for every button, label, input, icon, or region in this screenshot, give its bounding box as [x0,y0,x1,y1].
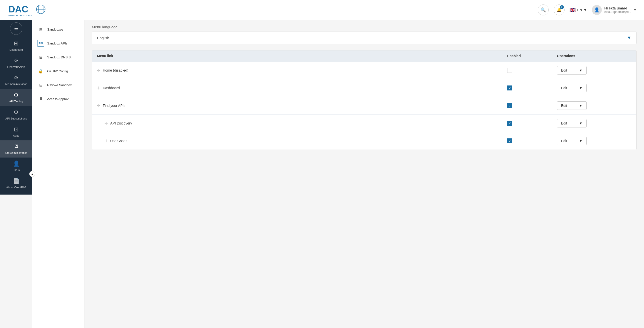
drag-icon-use-cases[interactable]: ✛ [104,139,108,143]
table-row: ✛ Home (disabled) Edit ▼ [92,61,636,79]
drag-icon-find-apis[interactable]: ✛ [97,103,100,108]
ops-cell-dashboard: Edit ▼ [557,84,631,92]
sidebar-label-dashboard: Dashboard [10,48,23,52]
checkbox-api-discovery[interactable]: ✓ [507,121,512,126]
site-admin-icon: 🖥 [14,143,19,150]
secondary-label-access-approv: Access Approv... [47,97,71,101]
user-greeting: Hi ekta umare [604,6,631,10]
language-dropdown[interactable]: English ▼ [92,32,636,44]
menu-table: Menu link Enabled Operations ✛ Home (dis… [92,50,636,150]
logo: DAC DIGITAL APICRAFT [8,3,47,18]
sidebar-item-api-subscriptions[interactable]: ⚙ API Subscriptions [0,106,32,123]
main-content: Menu language English ▼ Menu link Enable… [84,20,644,328]
user-chevron-icon: ▼ [634,8,636,12]
enabled-cell-find-apis: ✓ [507,103,557,108]
language-selector[interactable]: 🇬🇧 EN ▼ [570,7,587,13]
checkbox-home[interactable] [507,68,512,73]
edit-dropdown-api-discovery[interactable]: Edit ▼ [557,119,587,128]
drag-icon-dashboard[interactable]: ✛ [97,86,100,91]
secondary-sidebar: ⊞ Sandboxes API Sandbox APIs ⊟ Sandbox D… [32,20,84,328]
table-row: ✛ Dashboard ✓ Edit ▼ [92,79,636,97]
sidebar-label-about: About OneAPIM [6,186,26,189]
ops-cell-home: Edit ▼ [557,66,631,75]
apps-icon: ⊡ [14,126,18,133]
edit-label-find-apis: Edit [561,104,567,108]
secondary-item-sandbox-apis[interactable]: API Sandbox APIs [32,36,84,50]
find-apis-icon: ⚙ [14,57,18,64]
menu-link-label-home: Home (disabled) [103,68,128,72]
edit-chevron-icon-home: ▼ [579,68,582,72]
secondary-item-revoke-sandbox[interactable]: ⊟ Revoke Sandbox [32,78,84,92]
sidebar-label-apps: Apps [13,134,19,137]
sidebar-label-api-subscriptions: API Subscriptions [6,117,27,120]
menu-link-label-dashboard: Dashboard [103,86,120,90]
lang-chevron-icon: ▼ [584,8,587,12]
edit-label-home: Edit [561,68,567,72]
secondary-label-oauth2: Oauth2 Config... [47,69,71,73]
sidebar-label-find-apis: Find your APIs [7,65,25,69]
menu-link-label-use-cases: Use Cases [110,139,127,143]
search-button[interactable]: 🔍 [538,5,549,16]
checkbox-dashboard[interactable]: ✓ [507,86,512,91]
enabled-cell-home [507,68,557,73]
ops-cell-use-cases: Edit ▼ [557,137,631,145]
menu-link-cell-use-cases: ✛ Use Cases [97,139,507,143]
checkbox-use-cases[interactable]: ✓ [507,138,512,143]
edit-dropdown-find-apis[interactable]: Edit ▼ [557,101,587,110]
edit-chevron-icon-dashboard: ▼ [579,86,582,90]
secondary-item-oauth2[interactable]: 🔒 Oauth2 Config... [32,64,84,78]
menu-link-label-find-apis: Find your APIs [103,104,125,108]
flag-icon: 🇬🇧 [570,7,576,13]
ops-cell-api-discovery: Edit ▼ [557,119,631,128]
svg-text:DAC: DAC [8,4,28,15]
sidebar-item-users[interactable]: 👤 Users [0,158,32,175]
sidebar-item-api-testing[interactable]: ⚙ API Testing [0,89,32,106]
secondary-label-revoke-sandbox: Revoke Sandbox [47,83,72,87]
secondary-item-access-approv[interactable]: 🖥 Access Approv... [32,92,84,106]
secondary-label-sandbox-apis: Sandbox APIs [47,42,68,45]
sidebar-item-site-admin[interactable]: 🖥 Site Administration [0,140,32,158]
sidebar-item-about[interactable]: 📄 About OneAPIM [0,175,32,192]
menu-link-cell-api-discovery: ✛ API Discovery [97,121,507,126]
enabled-cell-use-cases: ✓ [507,138,557,143]
edit-label-use-cases: Edit [561,139,567,143]
notification-button[interactable]: 🔔 0 [554,5,564,16]
menu-link-label-api-discovery: API Discovery [110,121,132,125]
edit-dropdown-use-cases[interactable]: Edit ▼ [557,137,587,145]
svg-text:DIGITAL APICRAFT: DIGITAL APICRAFT [8,14,32,17]
sidebar-item-dashboard[interactable]: ⊞ Dashboard [0,37,32,55]
sidebar-label-api-admin: API Administration [5,83,27,86]
edit-dropdown-dashboard[interactable]: Edit ▼ [557,84,587,92]
api-admin-icon: ⚙ [14,75,18,81]
menu-link-cell-find-apis: ✛ Find your APIs [97,103,507,108]
ops-cell-find-apis: Edit ▼ [557,101,631,110]
edit-label-dashboard: Edit [561,86,567,90]
sidebar-item-api-admin[interactable]: ⚙ API Administration [0,72,32,89]
user-info[interactable]: 👤 Hi ekta umare ekta.u+padmin@d... ▼ [592,5,636,15]
secondary-item-sandboxes[interactable]: ⊞ Sandboxes [32,22,84,36]
drag-icon-home[interactable]: ✛ [97,68,100,73]
header-right: 🔍 🔔 0 🇬🇧 EN ▼ 👤 Hi ekta umare ekta.u+pad… [538,5,636,16]
secondary-label-sandbox-dns: Sandbox DNS S... [47,55,74,59]
enabled-cell-api-discovery: ✓ [507,121,557,126]
sidebar-toggle[interactable]: ☰ [10,22,22,35]
table-header: Menu link Enabled Operations [92,51,636,61]
sidebar-label-site-admin: Site Administration [5,151,27,155]
left-sidebar: ☰ ⊞ Dashboard ⚙ Find your APIs ⚙ API Adm… [0,20,32,195]
api-subscriptions-icon: ⚙ [14,109,18,116]
edit-chevron-icon-api-discovery: ▼ [579,121,582,125]
section-label: Menu language [92,25,636,29]
sidebar-item-find-apis[interactable]: ⚙ Find your APIs [0,55,32,72]
sidebar-collapse-button[interactable]: ◀ [29,171,35,177]
table-row: ✛ Use Cases ✓ Edit ▼ [92,132,636,150]
sidebar-item-apps[interactable]: ⊡ Apps [0,123,32,140]
checkbox-find-apis[interactable]: ✓ [507,103,512,108]
api-testing-icon: ⚙ [14,92,18,98]
user-avatar: 👤 [592,5,602,15]
drag-icon-api-discovery[interactable]: ✛ [104,121,108,126]
edit-dropdown-home[interactable]: Edit ▼ [557,66,587,75]
users-icon: 👤 [13,161,20,167]
menu-link-cell-home: ✛ Home (disabled) [97,68,507,73]
secondary-item-sandbox-dns[interactable]: ⊟ Sandbox DNS S... [32,50,84,64]
top-header: DAC DIGITAL APICRAFT 🔍 🔔 0 🇬🇧 EN ▼ 👤 Hi … [0,0,644,20]
